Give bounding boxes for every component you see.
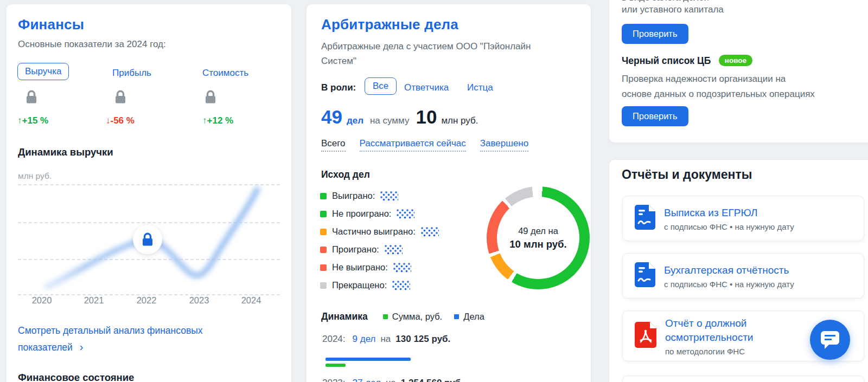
outcome-legend-item: Прекращено: [320,280,410,290]
cases-count: 49 [321,106,342,128]
role-filter-all[interactable]: Все [365,77,397,95]
year-tick: 2021 [84,295,104,306]
black-list-title: Черный список ЦБ [622,55,711,66]
dynamics-cases-link[interactable]: 27 дел [353,378,381,382]
year-tick: 2023 [189,295,209,306]
sum-value: 10 [416,106,437,128]
doc-item-partial[interactable] [622,375,864,382]
arbitration-card: Арбитражные дела Арбитражные дела с учас… [307,4,591,382]
dynamics-row-2023: 2023: 27 дел на 1 254 560 руб. [322,378,463,382]
documents-title: Отчёты и документы [622,167,752,182]
doc-item-subtitle: с подписью ФНС • на нужную дату [664,280,794,289]
donut-center-label: 49 дел на 10 млн руб. [487,186,590,289]
tab-value[interactable]: Стоимость [202,68,248,79]
cases-unit: дел [347,115,363,126]
outcome-legend-item: Не проиграно: [320,209,414,219]
financial-state-section-title: Финансовое состояние [18,372,134,382]
dynamics-header: Динамика Сумма, руб. Дела [321,311,484,322]
role-filter-defendant[interactable]: Ответчика [404,82,449,93]
role-filter-plaintiff[interactable]: Истца [467,82,493,93]
black-list-desc: Проверка надежности организации на основ… [622,72,815,102]
sum-bar-2024 [326,364,346,367]
status-filter-finished[interactable]: Завершено [480,138,528,152]
doc-item-egrul[interactable]: Выписка из ЕГРЮЛ с подписью ФНС • на нуж… [622,196,864,241]
chart-lock-badge[interactable] [133,225,162,254]
legend-color-square [320,247,327,253]
legend-color-square [320,211,327,217]
lock-icon [114,90,126,107]
doc-item-accounting[interactable]: Бухгалтерская отчётность с подписью ФНС … [622,253,864,299]
legend-color-square [320,282,327,289]
document-blue-icon [635,262,655,289]
finance-title: Финансы [18,16,84,33]
dynamics-preposition: на [380,334,391,345]
outcome-title: Исход дел [321,169,370,180]
outcome-legend-item: Не выиграно: [320,262,411,273]
doc-item-title[interactable]: Отчёт о должной осмотрительности [665,316,780,345]
document-blue-icon [635,205,655,232]
dynamics-preposition: на [386,378,396,382]
hidden-value-dots [421,227,439,237]
doc-item-subtitle: по методологии ФНС [665,347,780,356]
year-tick: 2020 [32,295,52,306]
year-tick: 2022 [137,295,157,306]
legend-color-square [320,264,327,271]
finance-card: Финансы Основные показатели за 2024 год:… [7,4,291,382]
hidden-value-dots [397,209,414,219]
tab-revenue[interactable]: Выручка [17,63,69,80]
outcome-legend-item: Частично выиграно: [320,226,439,237]
dynamics-cases-link[interactable]: 9 дел [353,334,376,345]
hidden-value-dots [385,245,403,255]
sum-unit: млн руб. [441,115,478,126]
legend-color-square [383,314,388,319]
black-list-title-row: Черный список ЦБ новое [622,55,752,67]
dynamics-legend-sum: Сумма, руб. [383,312,442,322]
chat-bubble-icon [819,328,841,352]
cases-summary: 49 дел на сумму 10 млн руб. [321,106,478,128]
clipped-text-line: в виде залога долей [622,0,709,3]
role-label: В роли: [321,82,356,93]
legend-color-square [320,229,327,235]
finance-subtitle: Основные показатели за 2024 год: [18,39,166,50]
hidden-value-dots [392,281,410,290]
profit-change: ↓-56 % [106,115,135,126]
dynamics-sum: 130 125 руб. [395,334,450,345]
dynamics-title: Динамика [321,311,368,322]
lock-icon [205,90,216,107]
cases-bar-2024 [326,358,411,361]
hidden-value-dots [393,263,411,273]
doc-item-title[interactable]: Выписка из ЕГРЮЛ [664,206,794,220]
tab-profit[interactable]: Прибыль [112,68,151,79]
doc-item-subtitle: с подписью ФНС • на нужную дату [664,222,794,231]
check-button[interactable]: Проверить [622,106,688,126]
dynamics-row-2024: 2024: 9 дел на 130 125 руб. [322,334,450,345]
chevron-right-icon: › [80,341,84,353]
dynamics-sum: 1 254 560 руб. [401,378,463,382]
checks-card: в виде залога долей или уставного капита… [609,0,868,143]
doc-item-title[interactable]: Бухгалтерская отчётность [664,263,794,277]
pdf-red-icon [635,322,656,350]
outcome-legend-item: Проиграно: [320,244,403,255]
arbitration-title: Арбитражные дела [321,16,458,33]
new-badge: новое [719,55,752,66]
revenue-chart-title: Динамика выручки [18,146,113,158]
status-filter-in-progress[interactable]: Рассматривается сейчас [360,138,466,152]
check-button[interactable]: Проверить [622,24,688,44]
dynamics-year: 2024: [322,334,346,345]
dynamics-year: 2023: [322,378,346,382]
revenue-change: ↑+15 % [17,115,48,126]
legend-color-square [320,193,327,199]
sum-preposition: на сумму [370,115,409,126]
status-filter-row: Всего Рассматривается сейчас Завершено [321,138,528,152]
outcome-legend-item: Выиграно: [320,191,398,201]
status-filter-total[interactable]: Всего [321,138,346,152]
finance-detail-link[interactable]: Смотреть детальный анализ финансовых пок… [18,322,235,355]
year-tick: 2024 [241,295,261,306]
arbitration-subtitle: Арбитражные дела с участием ООО "Пэйонла… [321,39,568,68]
chat-button[interactable] [810,320,850,360]
check-desc-line: или уставного капитала [622,4,724,15]
hidden-value-dots [380,191,398,201]
dynamics-legend-cases: Дела [454,312,484,322]
lock-icon [25,90,37,107]
value-change: ↑+12 % [202,115,233,126]
